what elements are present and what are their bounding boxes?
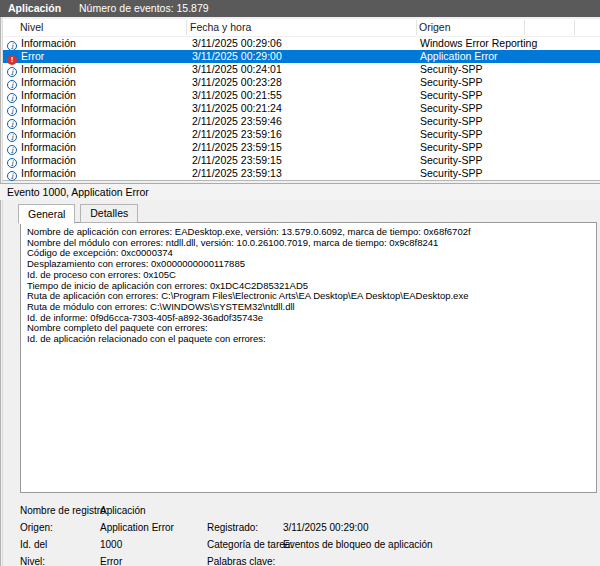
detail-row-log: Nombre de registro: Aplicación: [20, 503, 600, 520]
event-level-text: Información: [21, 141, 76, 153]
event-level-text: Información: [21, 102, 76, 114]
category-value: Eventos de bloqueo de aplicación: [283, 539, 433, 550]
event-date-cell: 3/11/2025 00:29:06: [192, 37, 282, 50]
detail-row-eventid: Id. del 1000 Categoría de tarea: Eventos…: [20, 537, 600, 554]
log-name-value: Aplicación: [100, 505, 146, 516]
event-source-cell: Security-SPP: [420, 63, 482, 76]
event-date-cell: 3/11/2025 00:23:28: [192, 76, 282, 89]
event-row[interactable]: iInformación 2/11/2025 23:59:46 Security…: [3, 115, 600, 128]
event-source-cell: Security-SPP: [420, 167, 482, 180]
detail-row-level: Nivel: Error Palabras clave:: [20, 554, 600, 566]
event-level-text: Información: [21, 76, 76, 88]
event-source-cell: Security-SPP: [420, 89, 482, 102]
event-date-cell: 2/11/2025 23:59:15: [192, 141, 282, 154]
source-label: Origen:: [20, 522, 53, 533]
event-row[interactable]: iInformación 3/11/2025 00:21:55 Security…: [3, 89, 600, 102]
level-value: Error: [100, 556, 122, 566]
column-header-date[interactable]: Fecha y hora: [190, 21, 251, 33]
event-level-text: Información: [21, 37, 76, 49]
event-date-cell: 2/11/2025 23:59:15: [192, 154, 282, 167]
event-level-cell: iInformación: [7, 89, 76, 103]
event-level-cell: iInformación: [7, 141, 76, 155]
event-row[interactable]: !Error 3/11/2025 00:29:00 Application Er…: [3, 50, 600, 63]
event-source-cell: Security-SPP: [420, 128, 482, 141]
event-count: Número de eventos: 15.879: [79, 2, 209, 14]
event-row[interactable]: iInformación 3/11/2025 00:21:24 Security…: [3, 102, 600, 115]
event-source-cell: Security-SPP: [420, 141, 482, 154]
keywords-label: Palabras clave:: [207, 556, 275, 566]
general-text-line: Id. de aplicación relacionado con el paq…: [27, 334, 590, 345]
event-level-cell: iInformación: [7, 76, 76, 90]
event-level-text: Información: [21, 167, 76, 179]
event-level-cell: iInformación: [7, 63, 76, 77]
event-row[interactable]: iInformación 2/11/2025 23:59:15 Security…: [3, 154, 600, 167]
column-separator[interactable]: [186, 20, 187, 35]
event-date-cell: 3/11/2025 00:29:00: [192, 50, 282, 63]
event-level-cell: iInformación: [7, 37, 76, 51]
column-header-source[interactable]: Origen: [419, 21, 451, 33]
event-source-cell: Application Error: [420, 50, 498, 63]
event-date-cell: 2/11/2025 23:59:13: [192, 167, 282, 180]
log-name-label: Nombre de registro:: [20, 505, 108, 516]
column-separator[interactable]: [416, 20, 417, 35]
category-label: Categoría de tarea:: [207, 539, 293, 550]
event-list: Nivel Fecha y hora Origen iInformación 3…: [3, 19, 600, 181]
column-separator[interactable]: [574, 20, 575, 35]
general-text[interactable]: Nombre de aplicación con errores: EADesk…: [20, 222, 597, 493]
event-level-text: Información: [21, 63, 76, 75]
event-level-cell: iInformación: [7, 115, 76, 129]
general-text-line: Id. de proceso con errores: 0x105C: [27, 270, 590, 281]
tab-general[interactable]: General: [18, 204, 75, 224]
event-date-cell: 3/11/2025 00:21:55: [192, 89, 282, 102]
event-row[interactable]: iInformación 2/11/2025 23:59:15 Security…: [3, 141, 600, 154]
level-label: Nivel:: [20, 556, 45, 566]
preview-tabs: General Detalles: [18, 203, 140, 222]
source-value: Application Error: [100, 522, 174, 533]
column-header-level[interactable]: Nivel: [20, 21, 43, 33]
event-row[interactable]: iInformación 3/11/2025 00:24:01 Security…: [3, 63, 600, 76]
event-id-value: 1000: [100, 539, 122, 550]
logged-value: 3/11/2025 00:29:00: [283, 522, 368, 533]
log-title-bar: Aplicación Número de eventos: 15.879: [0, 0, 600, 17]
event-source-cell: Windows Error Reporting: [420, 37, 537, 50]
event-level-text: Información: [21, 115, 76, 127]
event-level-cell: iInformación: [7, 102, 76, 116]
selected-event-title: Evento 1000, Application Error: [0, 183, 600, 200]
event-level-text: Información: [21, 89, 76, 101]
event-level-cell: iInformación: [7, 154, 76, 168]
event-source-cell: Security-SPP: [420, 102, 482, 115]
event-date-cell: 2/11/2025 23:59:46: [192, 115, 282, 128]
event-viewer-pane: Aplicación Número de eventos: 15.879 Niv…: [0, 0, 600, 566]
event-row[interactable]: iInformación 3/11/2025 00:29:06 Windows …: [3, 37, 600, 50]
event-level-text: Información: [21, 154, 76, 166]
event-source-cell: Security-SPP: [420, 115, 482, 128]
event-level-text: Información: [21, 128, 76, 140]
column-separator[interactable]: [524, 20, 525, 35]
log-name: Aplicación: [8, 2, 61, 14]
detail-row-source: Origen: Application Error Registrado: 3/…: [20, 520, 600, 537]
event-date-cell: 3/11/2025 00:21:24: [192, 102, 282, 115]
event-details-grid: Nombre de registro: Aplicación Origen: A…: [20, 503, 600, 566]
event-id-label: Id. del: [20, 539, 47, 550]
event-rows: iInformación 3/11/2025 00:29:06 Windows …: [3, 37, 600, 180]
logged-label: Registrado:: [207, 522, 258, 533]
event-row[interactable]: iInformación 3/11/2025 00:23:28 Security…: [3, 76, 600, 89]
event-source-cell: Security-SPP: [420, 76, 482, 89]
tab-detalles[interactable]: Detalles: [80, 204, 138, 223]
event-level-cell: iInformación: [7, 167, 76, 181]
event-date-cell: 3/11/2025 00:24:01: [192, 63, 282, 76]
event-row[interactable]: iInformación 2/11/2025 23:59:13 Security…: [3, 167, 600, 180]
event-date-cell: 2/11/2025 23:59:16: [192, 128, 282, 141]
event-level-text: Error: [21, 50, 44, 62]
column-header-row: Nivel Fecha y hora Origen: [3, 19, 600, 37]
event-source-cell: Security-SPP: [420, 154, 482, 167]
event-row[interactable]: iInformación 2/11/2025 23:59:16 Security…: [3, 128, 600, 141]
info-icon: i: [7, 171, 17, 181]
event-level-cell: iInformación: [7, 128, 76, 142]
